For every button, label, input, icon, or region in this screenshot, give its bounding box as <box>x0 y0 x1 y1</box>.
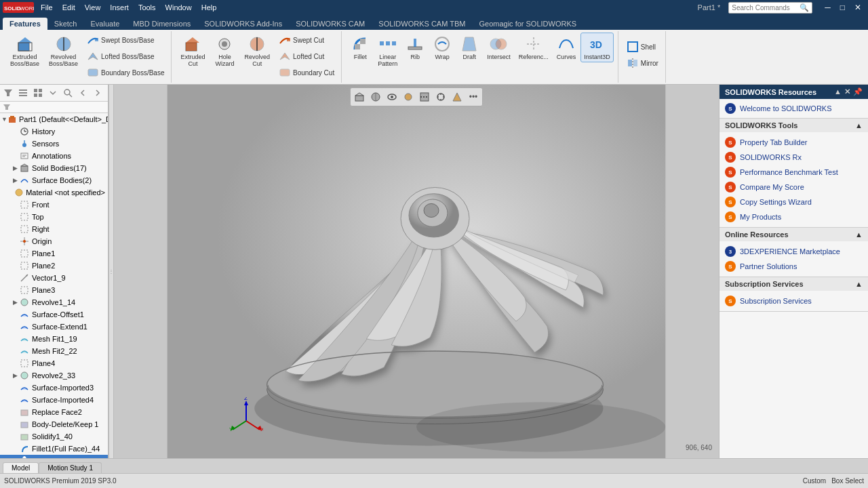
tree-item-surface-imported4[interactable]: Surface-Imported4 <box>0 394 108 406</box>
tab-cam[interactable]: SOLIDWORKS CAM <box>289 18 372 30</box>
menu-insert[interactable]: Insert <box>106 2 133 13</box>
render-button[interactable] <box>450 89 465 104</box>
expand-fillet44-icon[interactable] <box>11 445 19 453</box>
tab-mbd[interactable]: MBD Dimensions <box>126 18 197 30</box>
tree-item-top[interactable]: Top <box>0 211 108 223</box>
expand-button[interactable] <box>46 86 60 100</box>
expand-front-icon[interactable] <box>11 201 19 209</box>
3dexp-marketplace-link[interactable]: 3 3DEXPERIENCE Marketplace <box>725 244 863 259</box>
expand-si3-icon[interactable] <box>11 384 19 392</box>
expand-revolve233-icon[interactable]: ▶ <box>11 371 19 380</box>
more-view-options-button[interactable]: ••• <box>466 89 481 104</box>
copy-settings-link[interactable]: S Copy Settings Wizard <box>725 195 863 209</box>
tree-item-body-delete[interactable]: Body-Delete/Keep 1 <box>0 418 108 430</box>
menu-window[interactable]: Window <box>161 2 196 13</box>
draft-button[interactable]: Draft <box>456 33 482 62</box>
expand-part1-icon[interactable]: ▼ <box>1 115 7 123</box>
curves-button[interactable]: Curves <box>553 33 580 62</box>
expand-top-icon[interactable] <box>11 213 19 221</box>
tree-item-meshfit222[interactable]: Mesh Fit2_22 <box>0 345 108 357</box>
subscription-header[interactable]: Subscription Services ▲ <box>719 277 868 291</box>
expand-origin-icon[interactable] <box>11 237 19 245</box>
online-resources-header[interactable]: Online Resources ▲ <box>719 228 868 241</box>
filter-button[interactable] <box>1 86 15 100</box>
menu-file[interactable]: File <box>37 2 57 13</box>
boundary-boss-button[interactable]: Boundary Boss/Base <box>84 65 167 80</box>
resources-collapse-button[interactable]: ▲ <box>834 87 842 96</box>
tree-item-part1[interactable]: ▼ Part1 (Default<<Default>_Dis <box>0 113 108 125</box>
reference-button[interactable]: Referenc... <box>515 33 552 62</box>
tree-item-plane3[interactable]: Plane3 <box>0 284 108 296</box>
resources-pin-button[interactable]: 📌 <box>853 87 863 96</box>
intersect-button[interactable]: Intersect <box>484 33 514 62</box>
partner-solutions-link[interactable]: S Partner Solutions <box>725 259 863 274</box>
wrap-button[interactable]: Wrap <box>429 33 455 62</box>
tree-item-surface-bodies[interactable]: ▶ Surface Bodies(2) <box>0 174 108 186</box>
tab-features[interactable]: Features <box>3 18 47 30</box>
expand-annotations-icon[interactable] <box>11 152 19 160</box>
tab-addins[interactable]: SOLIDWORKS Add-Ins <box>197 18 289 30</box>
tab-geomagic[interactable]: Geomagic for SOLIDWORKS <box>472 18 583 30</box>
view-orientation-button[interactable] <box>352 89 367 104</box>
rib-button[interactable]: Rib <box>402 33 428 62</box>
hole-wizard-button[interactable]: HoleWizard <box>211 33 238 69</box>
compare-score-link[interactable]: S Compare My Score <box>725 180 863 195</box>
tree-item-fillet44[interactable]: Fillet1(Full Face)_44 <box>0 443 108 455</box>
minimize-button[interactable]: ─ <box>821 1 835 14</box>
tab-cam-tbm[interactable]: SOLIDWORKS CAM TBM <box>372 18 472 30</box>
sw-rx-link[interactable]: S SOLIDWORKS Rx <box>725 150 863 165</box>
expand-surface-offset1-icon[interactable] <box>11 310 19 319</box>
tab-evaluate[interactable]: Evaluate <box>84 18 127 30</box>
mirror-button[interactable]: Mirror <box>624 56 661 70</box>
prev-button[interactable] <box>76 86 90 100</box>
fillet-button[interactable]: Fillet <box>347 33 373 62</box>
expand-surface-extend1-icon[interactable] <box>11 323 19 331</box>
expand-surface-icon[interactable]: ▶ <box>11 176 19 184</box>
shell-button[interactable]: Shell <box>624 39 661 54</box>
tree-item-annotations[interactable]: Annotations <box>0 150 108 162</box>
tree-item-right[interactable]: Right <box>0 223 108 235</box>
expand-plane2-icon[interactable] <box>11 262 19 270</box>
tree-item-solidify140[interactable]: Solidify1_40 <box>0 430 108 443</box>
lofted-boss-button[interactable]: Lofted Boss/Base <box>84 49 167 64</box>
tree-item-front[interactable]: Front <box>0 199 108 211</box>
expand-bd-icon[interactable] <box>11 420 19 428</box>
menu-edit[interactable]: Edit <box>58 2 79 13</box>
tree-item-meshfit119[interactable]: Mesh Fit1_19 <box>0 333 108 345</box>
swept-boss-button[interactable]: Swept Boss/Base <box>84 33 167 47</box>
view-focus-button[interactable] <box>433 89 448 104</box>
expand-history-icon[interactable] <box>11 127 19 136</box>
section-view-button[interactable] <box>417 89 432 104</box>
display-style-button[interactable] <box>368 89 383 104</box>
tree-item-plane1[interactable]: Plane1 <box>0 247 108 260</box>
welcome-link[interactable]: S Welcome to SOLIDWORKS <box>719 99 868 118</box>
grid-view-button[interactable] <box>31 86 45 100</box>
tab-sketch[interactable]: Sketch <box>47 18 84 30</box>
sw-tools-header[interactable]: SOLIDWORKS Tools ▲ <box>719 119 868 132</box>
tree-item-surface-offset1[interactable]: Surface-Offset1 <box>0 308 108 321</box>
linear-pattern-button[interactable]: LinearPattern <box>374 33 401 69</box>
tab-model[interactable]: Model <box>3 462 39 473</box>
tree-item-solid-bodies[interactable]: ▶ Solid Bodies(17) <box>0 162 108 174</box>
subscription-services-link[interactable]: S Subscription Services <box>725 293 863 308</box>
extruded-cut-button[interactable]: ExtrudedCut <box>177 33 208 69</box>
revolved-cut-button[interactable]: RevolvedCut <box>241 33 273 69</box>
expand-plane1-icon[interactable] <box>11 249 19 258</box>
my-products-link[interactable]: S My Products <box>725 209 863 224</box>
tree-item-origin[interactable]: Origin <box>0 235 108 247</box>
panel-resize-handle[interactable]: ⋮ <box>108 85 114 458</box>
revolved-boss-button[interactable]: RevolvedBoss/Base <box>45 33 81 69</box>
lofted-cut-button[interactable]: Lofted Cut <box>276 49 337 64</box>
expand-sol-icon[interactable] <box>11 432 19 441</box>
list-view-button[interactable] <box>16 86 30 100</box>
tree-item-sensors[interactable]: Sensors <box>0 138 108 150</box>
expand-si4-icon[interactable] <box>11 396 19 404</box>
menu-tools[interactable]: Tools <box>134 2 160 13</box>
tree-item-plane2[interactable]: Plane2 <box>0 260 108 272</box>
expand-meshfit119-icon[interactable] <box>11 335 19 343</box>
tree-item-material[interactable]: Material <not specified> <box>0 186 108 199</box>
extruded-boss-button[interactable]: ExtrudedBoss/Base <box>7 33 43 69</box>
instant3d-button[interactable]: 3D Instant3D <box>580 33 614 62</box>
expand-plane4-icon[interactable] <box>11 359 19 367</box>
benchmark-link[interactable]: S Performance Benchmark Test <box>725 165 863 180</box>
